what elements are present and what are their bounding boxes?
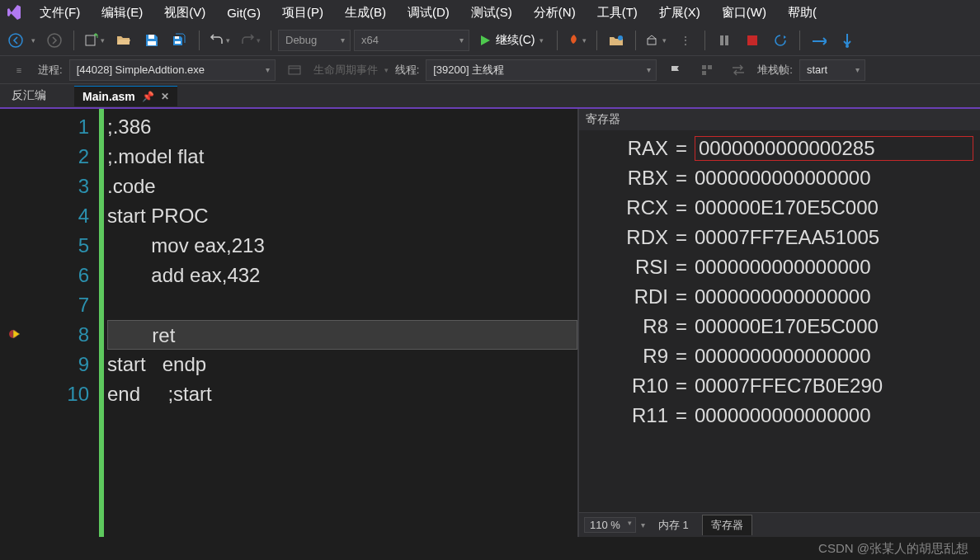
svg-rect-8 (648, 39, 656, 45)
footer-tab-registers[interactable]: 寄存器 (702, 515, 752, 535)
code-line[interactable]: .code (107, 172, 577, 201)
flag-icon[interactable] (663, 59, 688, 82)
svg-rect-5 (175, 36, 179, 39)
menu-git[interactable]: Git(G) (217, 2, 271, 23)
code-line[interactable]: add eax,432 (107, 261, 577, 290)
register-row: RDX=00007FF7EAA51005 (586, 223, 973, 252)
undo-button[interactable]: ▾ (206, 29, 233, 52)
nav-forward-button[interactable] (42, 29, 67, 52)
equals-sign: = (668, 404, 695, 427)
register-value: 0000000000000000 (695, 345, 973, 368)
menu-test[interactable]: 测试(S) (461, 2, 522, 24)
tab-file-main-asm[interactable]: Main.asm 📌 ✕ (74, 86, 177, 106)
register-value: 00007FFEC7B0E290 (695, 374, 973, 398)
menu-project[interactable]: 项目(P) (272, 2, 333, 24)
register-row: R10=00007FFEC7B0E290 (586, 371, 973, 401)
equals-sign: = (668, 374, 695, 398)
pin-icon[interactable]: 📌 (142, 91, 154, 102)
menu-view[interactable]: 视图(V) (154, 2, 215, 24)
menu-window[interactable]: 窗口(W) (712, 2, 776, 24)
open-file-button[interactable] (111, 29, 136, 52)
process-label: 进程: (38, 63, 63, 78)
registers-body: RAX=0000000000000285RBX=0000000000000000… (579, 130, 980, 512)
svg-point-0 (9, 34, 22, 47)
menu-help[interactable]: 帮助( (778, 2, 827, 24)
equals-sign: = (668, 285, 695, 308)
register-name: RDI (586, 285, 668, 308)
toolbox-button[interactable] (604, 29, 629, 52)
register-row: RDI=0000000000000000 (586, 282, 973, 312)
stop-button[interactable] (740, 29, 765, 52)
new-item-button[interactable]: ▾ (81, 29, 108, 52)
svg-rect-6 (175, 41, 181, 44)
pause-button[interactable] (712, 29, 737, 52)
code-line[interactable]: ;.model flat (107, 142, 577, 172)
register-name: RBX (586, 167, 668, 190)
register-value: 0000000000000000 (695, 167, 973, 190)
code-line[interactable]: ret (107, 320, 577, 350)
threads-icon[interactable] (695, 59, 719, 82)
lifecycle-icon[interactable] (282, 59, 307, 82)
register-row: RBX=0000000000000000 (586, 163, 973, 193)
platform-combo[interactable]: x64 (354, 30, 469, 51)
stackframe-combo[interactable]: start (799, 59, 865, 81)
register-row: R8=000000E170E5C000 (586, 312, 973, 341)
current-line-arrow-icon (8, 327, 23, 341)
zoom-menu-icon[interactable]: ▾ (641, 520, 645, 529)
hot-reload-button[interactable]: ▾ (564, 29, 590, 52)
code-body[interactable]: ;.386;.model flat.codestart PROC mov eax… (107, 109, 577, 537)
register-name: R10 (586, 374, 668, 398)
show-next-statement-button[interactable]: ▾ (643, 29, 670, 52)
save-button[interactable] (139, 29, 164, 52)
separator (596, 31, 597, 50)
menu-edit[interactable]: 编辑(E) (92, 2, 153, 24)
process-combo[interactable]: [44028] SimpleAddtion.exe (69, 59, 276, 81)
register-value: 0000000000000285 (695, 136, 973, 161)
svg-rect-13 (289, 66, 300, 74)
redo-button[interactable]: ▾ (237, 29, 264, 52)
registers-footer: 110 % ▾ 内存 1 寄存器 (579, 512, 980, 537)
gutter (0, 109, 33, 537)
step-over-button[interactable] (807, 29, 832, 52)
document-tabs: 反汇编 Main.asm 📌 ✕ (0, 84, 980, 109)
step-into-button[interactable] (835, 29, 860, 52)
code-line[interactable]: start endp (107, 350, 577, 379)
svg-rect-2 (86, 35, 95, 45)
config-combo[interactable]: Debug (278, 30, 351, 51)
menu-file[interactable]: 文件(F) (30, 2, 90, 24)
code-line[interactable]: ;.386 (107, 112, 577, 142)
menu-extensions[interactable]: 扩展(X) (649, 2, 710, 24)
svg-rect-14 (702, 65, 706, 69)
swap-icon[interactable] (726, 59, 751, 82)
menu-debug[interactable]: 调试(D) (398, 2, 459, 24)
close-icon[interactable]: ✕ (161, 91, 169, 102)
code-line[interactable]: end ;start (107, 379, 577, 409)
code-line[interactable] (107, 290, 577, 320)
change-indicator (99, 109, 104, 537)
register-value: 000000E170E5C000 (695, 315, 973, 338)
save-all-button[interactable] (167, 29, 192, 52)
thread-combo[interactable]: [39200] 主线程 (426, 59, 657, 81)
menu-build[interactable]: 生成(B) (335, 2, 396, 24)
svg-rect-3 (148, 35, 154, 39)
footer-tab-memory[interactable]: 内存 1 (650, 515, 697, 535)
continue-button[interactable]: 继续(C) ▾ (473, 29, 550, 52)
tab-disassembly[interactable]: 反汇编 (0, 85, 58, 106)
register-name: RDX (586, 226, 668, 249)
svg-point-1 (48, 34, 61, 47)
debug-dropdown-icon[interactable]: ≡ (7, 59, 31, 82)
menu-tools[interactable]: 工具(T) (587, 2, 648, 24)
nav-back-button[interactable]: ▾ (5, 29, 39, 52)
code-line[interactable]: start PROC (107, 201, 577, 231)
register-row: RSI=0000000000000000 (586, 252, 973, 282)
continue-label: 继续(C) (496, 33, 535, 48)
restart-button[interactable] (768, 29, 793, 52)
code-editor[interactable]: 1 2 3 4 5 6 7 8 9 10 ;.386;.model flat.c… (0, 109, 577, 537)
zoom-combo[interactable]: 110 % (584, 517, 636, 533)
tab-file-label: Main.asm (82, 90, 135, 103)
watermark: CSDN @张某人的胡思乱想 (818, 541, 968, 557)
more-button[interactable]: ⋮ (673, 29, 698, 52)
code-line[interactable]: mov eax,213 (107, 231, 577, 261)
menu-analyze[interactable]: 分析(N) (524, 2, 586, 24)
register-name: R8 (586, 315, 668, 338)
